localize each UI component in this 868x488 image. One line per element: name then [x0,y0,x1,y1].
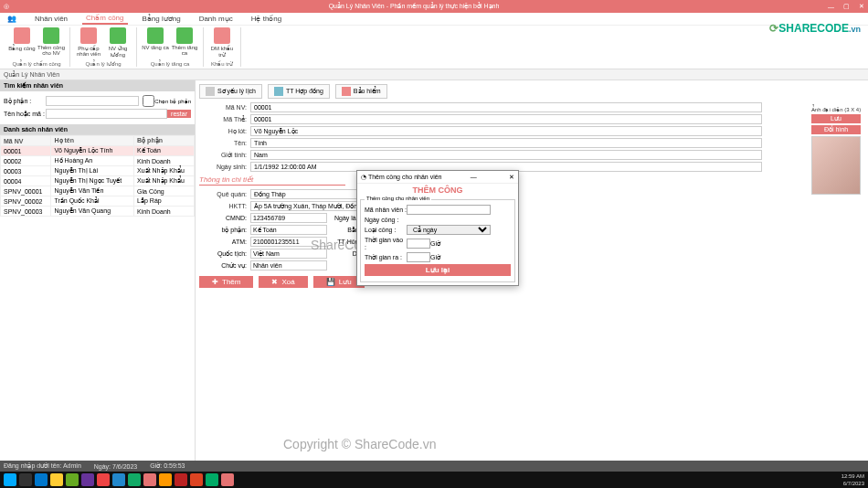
task-icon[interactable] [97,473,110,486]
field-bo_phan[interactable] [250,225,327,235]
photo-panel: Ảnh đại diện (3 X 4) Lưu Đổi hình [808,106,864,196]
modal-empid-input[interactable] [407,205,491,215]
minimize-icon[interactable]: — [828,4,834,10]
start-icon[interactable] [4,473,16,486]
field-chuc_vu[interactable] [250,260,327,271]
field-ho_lot[interactable] [250,126,762,136]
dept-input[interactable] [46,96,139,106]
modal-save-button[interactable]: Lưu lại [365,264,511,276]
search-title: Tìm kiếm nhân viên [0,80,195,91]
ribbon-button[interactable]: DM khấu trừ [208,27,236,58]
task-icon[interactable] [66,473,79,486]
add-button[interactable]: ✚ Thêm [199,276,253,288]
dialog-icon: ◔ [361,174,366,181]
table-row[interactable]: SPNV_00003Nguyễn Văn QuangKinh Doanh [1,207,195,217]
ribbon-button[interactable]: Thêm công cho NV [37,27,65,56]
dialog-title: Thêm công cho nhân viên [368,174,442,180]
avatar [811,136,861,195]
dialog-heading: THÊM CÔNG [357,184,518,196]
modal-timein-input[interactable] [407,239,430,249]
tab-insurance[interactable]: Bảo hiểm [335,84,387,99]
photo-save-button[interactable]: Lưu [811,114,861,123]
menu-bar: 👥 Nhân viên Chấm công Bảng lương Danh mụ… [0,13,868,26]
table-row[interactable]: SPNV_00002Trần Quốc KhảiLắp Ráp [1,196,195,207]
insurance-icon [342,87,351,96]
system-tray[interactable]: 12:59 AM6/7/2023 [842,472,864,487]
task-icon[interactable] [35,473,48,486]
field-ten[interactable] [250,138,762,148]
table-row[interactable]: 00001Võ Nguyễn Lộc TínhKế Toán [1,146,195,156]
ribbon-button[interactable]: NV ứng lương [104,27,132,58]
ribbon: Bảng côngThêm công cho NVQuản lý chấm cô… [0,26,868,69]
delete-button[interactable]: ✖ Xoá [259,276,307,288]
task-icon[interactable] [221,473,234,486]
ribbon-button[interactable]: Phụ cấp nhân viên [75,27,102,58]
modal-type-select[interactable]: Cả ngày [407,225,491,235]
task-icon[interactable] [159,473,172,486]
field-ma_the[interactable] [250,114,762,124]
field-atm[interactable] [250,237,327,247]
taskbar[interactable]: 12:59 AM6/7/2023 [0,472,868,488]
breadcrumb: Quản Lý Nhân Viên [0,69,868,80]
dialog-min-icon[interactable]: — [471,174,477,180]
name-input[interactable] [46,109,167,119]
dialog-close-icon[interactable]: ✕ [509,174,514,181]
window-titlebar: ◎ Quản Lý Nhân Viên - Phần mềm quản lý t… [0,0,868,13]
detail-panel: Sơ yếu lý lịch TT Hợp đồng Bảo hiểm Mã N… [196,80,868,461]
menu-chamcong[interactable]: Chấm công [82,13,127,25]
maximize-icon[interactable]: ▢ [843,3,850,10]
task-icon[interactable] [50,473,63,486]
profile-icon [206,87,215,96]
contract-icon [274,87,283,96]
table-row[interactable]: 00004Nguyễn Thị Ngọc TuyếtXuất Nhập Khẩu [1,176,195,186]
dept-label: Bộ phận : [4,98,46,105]
close-icon[interactable]: ✕ [859,3,864,10]
user-icon: 👥 [4,14,20,24]
tab-contract[interactable]: TT Hợp đồng [268,84,330,99]
restart-button[interactable]: restar [167,110,191,118]
status-bar: Đăng nhập dưới tên: Admin Ngày: 7/6/2023… [0,461,868,472]
section-detail: Thông tin chi tiết [199,175,345,186]
field-cmnd[interactable] [250,213,327,223]
task-icon[interactable] [112,473,125,486]
modal-timeout-input[interactable] [407,252,430,262]
list-title: Danh sách nhân viên [0,124,195,134]
dept-checkbox[interactable] [143,95,154,107]
task-icon[interactable] [128,473,141,486]
task-icon[interactable] [19,473,32,486]
photo-change-button[interactable]: Đổi hình [811,125,861,134]
employee-table[interactable]: Mã NV Họ tên Bộ phận 00001Võ Nguyễn Lộc … [0,134,195,217]
field-ma_nv[interactable] [250,102,762,112]
add-timekeeping-dialog: ◔ Thêm công cho nhân viên — ✕ THÊM CÔNG … [356,170,519,286]
ribbon-button[interactable]: Thêm tăng ca [171,27,198,56]
table-row[interactable]: 00002Hồ Hoàng AnKinh Doanh [1,156,195,166]
table-row[interactable]: SPNV_00001Nguyễn Văn TiềnGia Công [1,186,195,196]
field-gioi_tinh[interactable] [250,150,762,160]
window-title: Quản Lý Nhân Viên - Phần mềm quản lý thự… [9,3,819,10]
left-panel: Tìm kiếm nhân viên Bộ phận : Chọn bộ phậ… [0,80,196,461]
menu-bangluong[interactable]: Bảng lương [139,14,185,24]
task-icon[interactable] [175,473,187,486]
task-icon[interactable] [81,473,94,486]
tab-profile[interactable]: Sơ yếu lý lịch [199,84,262,99]
table-row[interactable]: 00003Nguyễn Thị LàiXuất Nhập Khẩu [1,166,195,176]
menu-nhanvien[interactable]: Nhân viên [31,14,71,24]
task-icon[interactable] [206,473,218,486]
ribbon-button[interactable]: NV tăng ca [142,27,169,56]
field-quoc_tich[interactable] [250,249,327,259]
task-icon[interactable] [143,473,156,486]
menu-danhmuc[interactable]: Danh mục [196,14,237,24]
menu-hethong[interactable]: Hệ thống [248,14,286,24]
name-label: Tên hoặc mã : [4,111,46,118]
task-icon[interactable] [190,473,203,486]
brand-logo: ⟳SHARECODE.vn [769,22,861,35]
ribbon-button[interactable]: Bảng công [8,27,36,56]
